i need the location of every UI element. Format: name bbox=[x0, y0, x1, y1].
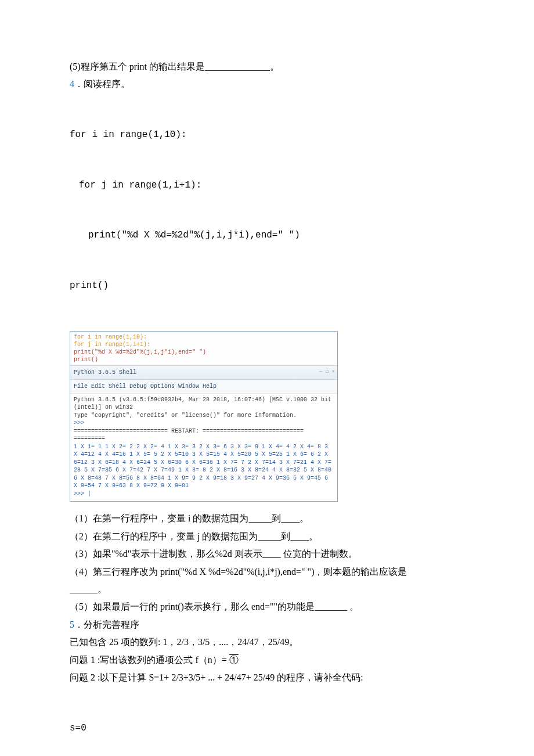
q4-code-line1: for i in range(1,10): bbox=[70, 127, 464, 143]
shell-window-title-text: Python 3.6.5 Shell bbox=[74, 369, 136, 376]
shell-menu-bar: File Edit Shell Debug Options Window Hel… bbox=[70, 380, 337, 394]
q4-code-line2: for j in range(1,i+1): bbox=[70, 177, 464, 194]
q5-blank1: ① bbox=[229, 655, 239, 665]
q4-sub2: （2）在第二行的程序中，变量 j 的数据范围为_____到____。 bbox=[70, 528, 464, 545]
q4-code-line4: print() bbox=[70, 278, 464, 294]
shell-restart: =========================== RESTART: ===… bbox=[74, 428, 307, 434]
q4-sub5: （5）如果最后一行的 print()表示换行，那么 end=""的功能是____… bbox=[70, 598, 464, 615]
shell-window-title: Python 3.6.5 Shell — ◻ ✕ bbox=[70, 365, 337, 380]
q5-number: 5 bbox=[70, 620, 74, 629]
shell-output-body: Python 3.6.5 (v3.6.5:f59c0932b4, Mar 28 … bbox=[70, 394, 337, 502]
q5-l2: 问题 1 :写出该数列的通项公式 f（n）= ① bbox=[70, 651, 464, 669]
shell-menu-items: File Edit Shell Debug Options Window Hel… bbox=[74, 383, 217, 390]
shell-editor-line1: for i in range(1,10): bbox=[74, 333, 334, 341]
q4-number: 4 bbox=[70, 79, 74, 89]
q3-sub5: (5)程序第五个 print 的输出结果是______________。 bbox=[70, 58, 464, 75]
shell-intro1: Python 3.6.5 (v3.6.5:f59c0932b4, Mar 28 … bbox=[74, 397, 335, 411]
q4-title: ．阅读程序。 bbox=[74, 79, 130, 89]
q5-code-block: s=0 for i in range(1,26): s=s+ ② print("… bbox=[70, 686, 464, 756]
shell-editor-line3: print("%d X %d=%2d"%(j,i,j*i),end=" ") bbox=[74, 348, 334, 356]
q4-sub3: （3）如果"%d"表示十进制数，那么%2d 则表示____ 位宽的十进制数。 bbox=[70, 545, 464, 563]
q5-code-line1: s=0 bbox=[70, 720, 464, 737]
shell-eqline: ========= bbox=[74, 435, 105, 442]
shell-editor-line2: for j in range(1,i+1): bbox=[74, 341, 334, 348]
q4-code-line3: print("%d X %d=%2d"%(j,i,j*i),end=" ") bbox=[70, 227, 464, 244]
q4-code-block: for i in range(1,10): for j in range(1,i… bbox=[70, 93, 464, 327]
q4-sub1: （1）在第一行程序中，变量 i 的数据范围为_____到____。 bbox=[70, 510, 464, 527]
q5-title: ．分析完善程序 bbox=[74, 620, 139, 629]
q5-l2a: 问题 1 :写出该数列的通项公式 f（n）= bbox=[70, 655, 229, 665]
q4-sub4a: （4）第三行程序改为 print("%d X %d=%2d"%(i,j,i*j)… bbox=[70, 563, 464, 581]
shell-intro2: Type "copyright", "credits" or "license(… bbox=[74, 412, 297, 419]
shell-editor-line4: print() bbox=[74, 356, 334, 363]
window-buttons: — ◻ ✕ bbox=[319, 367, 335, 377]
q4-sub4b: ______。 bbox=[70, 581, 464, 598]
python-shell-screenshot: for i in range(1,10): for j in range(1,i… bbox=[70, 331, 338, 502]
shell-prompt2: >>> | bbox=[74, 491, 91, 497]
q5-l1: 已知包含 25 项的数列: 1，2/3，3/5，....，24/47，25/49… bbox=[70, 633, 464, 651]
document-page: (5)程序第五个 print 的输出结果是______________。 4．阅… bbox=[0, 0, 534, 756]
q5-heading: 5．分析完善程序 bbox=[70, 616, 464, 633]
q5-l3: 问题 2 :以下是计算 S=1+ 2/3+3/5+ ... + 24/47+ 2… bbox=[70, 669, 464, 686]
shell-prompt1: >>> bbox=[74, 420, 84, 426]
q4-heading: 4．阅读程序。 bbox=[70, 75, 464, 93]
shell-output: 1 X 1= 1 1 X 2= 2 2 X 2= 4 1 X 3= 3 2 X … bbox=[74, 444, 335, 489]
